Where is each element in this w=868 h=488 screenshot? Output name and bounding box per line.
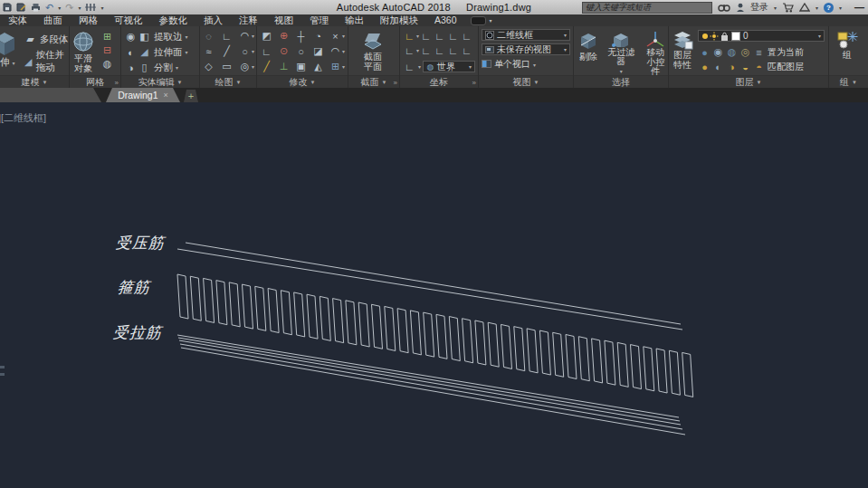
ribbon-tab-1[interactable]: 曲面 [35, 14, 71, 26]
extrude-cube-icon[interactable] [0, 29, 20, 58]
cart-icon[interactable] [782, 3, 794, 13]
layer-dropdown[interactable]: 0 ▾ [698, 30, 825, 42]
undo-caret-icon[interactable]: ▾ [58, 5, 61, 11]
extract-edges-button[interactable]: 提取边 [154, 31, 183, 43]
intersect-icon[interactable]: ◑ [124, 61, 138, 74]
panel-label-view[interactable]: 视图▼ [479, 75, 573, 88]
rectangle-icon[interactable]: ▭ [220, 60, 234, 73]
polysolid-button[interactable]: ▰ 多段体 [24, 33, 69, 46]
stirrup-polygon[interactable] [644, 347, 654, 391]
undo-icon[interactable]: ↶ [45, 3, 53, 12]
ribbon-tab-10[interactable]: 附加模块 [372, 14, 426, 26]
cad-label-stirrup[interactable]: 箍筋 [117, 277, 151, 298]
layer-current-icon[interactable]: ◒ [739, 60, 752, 73]
panel-label-solid-editing[interactable]: 实体编辑▼ [121, 75, 199, 88]
arc-icon[interactable]: ◠ [238, 29, 252, 43]
layer-thaw-icon[interactable]: ◐ [711, 60, 725, 73]
separate-button[interactable]: 分割 [154, 62, 173, 74]
featured-apps-icon[interactable] [471, 16, 486, 25]
dropdown-caret-icon[interactable]: ▾ [252, 48, 254, 54]
stirrup-polygon[interactable] [605, 340, 615, 385]
tension-bar-line[interactable] [177, 335, 679, 417]
dropdown-caret-icon[interactable]: ▾ [342, 48, 345, 54]
panel-expander-icon[interactable]: » [394, 79, 397, 87]
array-icon[interactable]: ⊞ [329, 60, 342, 73]
separate-icon[interactable]: ▯ [138, 61, 151, 74]
ucs-world-dropdown[interactable]: ◍ 世界 ▾ [423, 61, 475, 72]
polygon-icon[interactable]: ◇ [202, 60, 215, 73]
stirrup-polygon[interactable] [346, 301, 357, 345]
stirrup-polygon[interactable] [385, 306, 396, 350]
stirrup-polygon[interactable] [333, 299, 344, 343]
face-edit-icon[interactable]: ◧ [138, 30, 151, 43]
sign-in-caret-icon[interactable]: ▾ [774, 5, 777, 11]
stirrup-polygon[interactable] [243, 284, 253, 329]
set-current-button[interactable]: 置为当前 [768, 46, 804, 59]
save-as-icon[interactable] [16, 3, 26, 12]
ellipse-icon[interactable]: ◎ [238, 60, 252, 73]
stirrup-polygon[interactable] [631, 345, 642, 389]
viewport-config-button[interactable]: 单个视口 ▾ [482, 58, 570, 71]
stirrup-polygon[interactable] [436, 314, 447, 359]
stirrup-polygon[interactable] [475, 321, 486, 365]
layer-states-icon[interactable]: ≡ [752, 45, 766, 59]
qat-customize-icon[interactable]: ▾ [100, 5, 103, 11]
stirrup-polygon[interactable] [372, 304, 383, 349]
ribbon-tab-6[interactable]: 注释 [231, 14, 266, 26]
panel-label-layers[interactable]: 图层▼ [669, 75, 828, 88]
stirrup-polygon[interactable] [553, 332, 564, 377]
layer-prev-icon[interactable]: ◓ [752, 60, 766, 73]
search-binoculars-icon[interactable] [718, 3, 730, 12]
layer-freeze-icon[interactable]: ◍ [725, 45, 739, 59]
sign-in-button[interactable]: 登录 [750, 1, 768, 14]
stirrup-polygon[interactable] [204, 278, 215, 322]
ucs-y-icon[interactable]: ∟ [446, 43, 460, 57]
named-view-dropdown[interactable]: 未保存的视图 ▾ [482, 43, 570, 55]
offset-icon[interactable]: ○ [294, 44, 308, 58]
cad-label-compression[interactable]: 受压筋 [115, 233, 166, 254]
layer-walk-icon[interactable]: ● [698, 60, 711, 73]
stirrup-polygon[interactable] [592, 339, 603, 383]
save-icon[interactable] [3, 3, 12, 12]
stirrup-polygon[interactable] [527, 329, 538, 373]
mirror-icon[interactable]: ◪ [311, 44, 325, 58]
tension-bar-line[interactable] [181, 348, 685, 435]
ribbon-tab-4[interactable]: 参数化 [151, 14, 196, 26]
filter-button[interactable]: 无过滤器 ▾ [605, 30, 638, 76]
stirrup-polygon[interactable] [320, 296, 330, 340]
layer-properties-button[interactable]: 图层 特性 [672, 30, 693, 70]
tab-close-icon[interactable]: × [164, 91, 168, 100]
panel-label-section[interactable]: 截面▼ [348, 75, 399, 88]
extrude-button[interactable]: 伸 ▾ [0, 56, 15, 69]
cad-label-tension[interactable]: 受拉筋 [112, 322, 163, 343]
stirrup-polygon[interactable] [307, 294, 318, 339]
dropdown-caret-icon[interactable]: ▾ [418, 63, 421, 70]
ucs-z-icon[interactable]: ∟ [433, 29, 446, 43]
minimize-button[interactable]: — [854, 2, 864, 13]
stirrup-polygon[interactable] [501, 324, 512, 368]
spline-icon[interactable]: ≈ [202, 44, 215, 58]
panel-label-coordinates[interactable]: 坐标 [400, 75, 478, 88]
match-layer-button[interactable]: 匹配图层 [768, 61, 804, 73]
ucs-previous-icon[interactable]: ∟ [403, 43, 416, 57]
stirrup-polygon[interactable] [358, 302, 369, 347]
ucs-icon[interactable]: ∟ [403, 29, 416, 43]
dropdown-caret-icon[interactable]: ▾ [342, 63, 345, 70]
gizmo-button[interactable]: 移动 小控件 [644, 30, 668, 76]
group-button[interactable]: 组 [836, 30, 858, 60]
copy-icon[interactable]: ◔ [311, 29, 325, 43]
file-tab-drawing1[interactable]: Drawing1 × [106, 88, 180, 102]
layer-lock-icon[interactable]: ◎ [739, 45, 752, 59]
stirrup-polygon[interactable] [177, 274, 188, 319]
ribbon-minimize-caret-icon[interactable]: ▾ [490, 17, 492, 24]
stirrup-polygon[interactable] [255, 286, 266, 330]
ucs-origin-icon[interactable]: ∟ [419, 43, 433, 57]
revision-cloud-icon[interactable]: ◌ [202, 29, 215, 43]
stirrup-polygon[interactable] [216, 281, 227, 325]
target-icon[interactable]: ⊙ [277, 44, 291, 58]
stirrup-polygon[interactable] [488, 322, 499, 367]
layer-off-icon[interactable]: ● [698, 45, 711, 59]
ucs-list-icon[interactable]: ∟ [403, 60, 416, 73]
ribbon-tab-8[interactable]: 管理 [301, 14, 337, 26]
ucs-x-icon[interactable]: ∟ [433, 43, 446, 57]
